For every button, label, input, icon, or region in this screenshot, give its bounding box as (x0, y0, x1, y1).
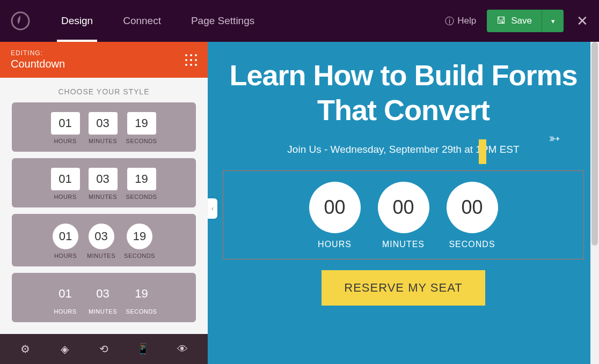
style-option-flat[interactable]: 01HOURS 03MINUTES 19SECONDS (12, 158, 196, 207)
top-bar: Design Connect Page Settings ⓘ Help 🖫 Sa… (0, 0, 599, 42)
chevron-down-icon: ▾ (551, 17, 555, 25)
style-option-boxed[interactable]: 01HOURS 03MINUTES 19SECONDS (12, 102, 196, 152)
chevron-left-icon: ‹ (211, 205, 214, 212)
help-link[interactable]: ⓘ Help (445, 15, 476, 27)
canvas[interactable]: Learn How to Build Forms That Convert Jo… (208, 42, 599, 364)
editing-label: EDITING: (11, 49, 65, 57)
text-cursor (479, 139, 486, 164)
nav-tabs: Design Connect Page Settings (46, 0, 269, 42)
save-disk-icon: 🖫 (496, 16, 506, 26)
save-group: 🖫 Save ▾ (487, 10, 564, 32)
subheadline[interactable]: Join Us - Wednesday, September 29th at 1… (218, 144, 588, 155)
tab-page-settings[interactable]: Page Settings (176, 0, 269, 42)
help-label: Help (457, 16, 476, 26)
history-icon[interactable]: ⟲ (92, 343, 115, 355)
logo-icon (11, 11, 30, 31)
close-icon: ✕ (576, 13, 588, 29)
tab-design[interactable]: Design (46, 0, 108, 42)
style-option-plain[interactable]: 01HOURS 03MINUTES 19SECONDS (12, 273, 196, 322)
save-label: Save (511, 16, 532, 26)
bird-icon: ➳ (549, 130, 560, 147)
mobile-icon[interactable]: 📱 (132, 343, 155, 355)
layers-icon[interactable]: ◈ (53, 343, 76, 355)
drag-handle-icon[interactable] (185, 54, 197, 66)
svg-point-0 (12, 12, 29, 29)
gear-icon[interactable]: ⚙ (13, 343, 37, 355)
headline[interactable]: Learn How to Build Forms That Convert (218, 58, 588, 128)
editing-name: Countdown (11, 58, 65, 70)
save-dropdown-button[interactable]: ▾ (542, 10, 564, 32)
cta-button[interactable]: RESERVE MY SEAT (322, 270, 485, 306)
help-icon: ⓘ (445, 15, 454, 27)
style-option-circle[interactable]: 01HOURS 03MINUTES 19SECONDS (12, 214, 196, 266)
countdown-widget[interactable]: 00HOURS 00MINUTES 00SECONDS (223, 170, 584, 259)
sidebar: EDITING: Countdown CHOOSE YOUR STYLE 01H… (0, 42, 208, 364)
save-button[interactable]: 🖫 Save (487, 10, 542, 32)
style-list: 01HOURS 03MINUTES 19SECONDS 01HOURS 03MI… (0, 102, 208, 334)
scrollbar[interactable] (590, 42, 599, 364)
scrollbar-thumb[interactable] (591, 42, 598, 246)
bottom-toolbar: ⚙ ◈ ⟲ 📱 👁 (0, 334, 208, 364)
collapse-sidebar-button[interactable]: ‹ (208, 198, 217, 219)
close-button[interactable]: ✕ (576, 13, 588, 29)
editing-header: EDITING: Countdown (0, 42, 208, 78)
tab-connect[interactable]: Connect (108, 0, 176, 42)
choose-style-label: CHOOSE YOUR STYLE (0, 78, 208, 102)
eye-icon[interactable]: 👁 (171, 343, 194, 355)
